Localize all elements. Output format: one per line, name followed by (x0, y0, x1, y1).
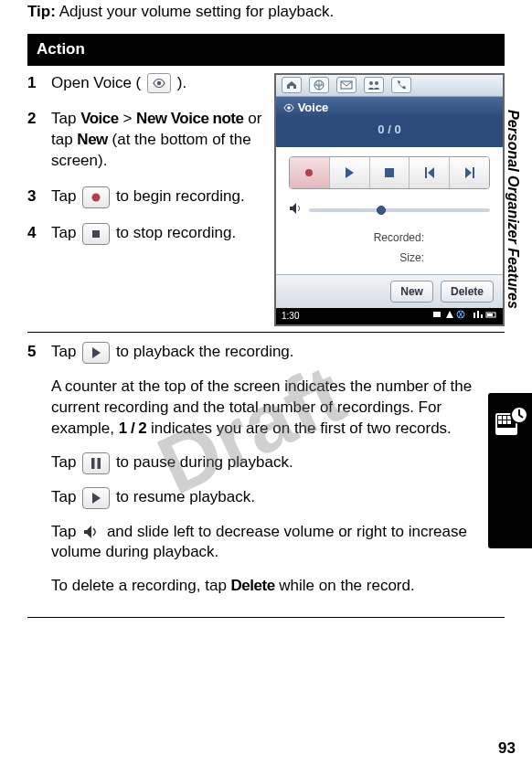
svg-rect-18 (498, 416, 502, 420)
recorded-label: Recorded: (351, 230, 424, 245)
svg-rect-14 (91, 458, 95, 469)
record-button[interactable] (290, 157, 330, 188)
s5-p4a: Tap (51, 488, 80, 505)
next-button[interactable] (450, 157, 489, 188)
volume-slider-row (289, 202, 490, 218)
size-row: Size: (289, 248, 490, 268)
step-number: 3 (27, 186, 42, 208)
section-side-label-text: Personal Organizer Features (503, 110, 523, 309)
contacts-icon[interactable] (364, 77, 384, 93)
separator (27, 332, 505, 333)
svg-point-1 (92, 193, 101, 201)
stop-icon (82, 223, 110, 245)
tip-line: Tip: Adjust your volume setting for play… (27, 2, 505, 23)
transport-bar (289, 156, 490, 189)
play-icon (82, 487, 110, 509)
step-number: 4 (27, 223, 42, 245)
clock: 1:30 (282, 310, 299, 323)
step-1-text-b: ). (177, 74, 186, 91)
prev-button[interactable] (410, 157, 450, 188)
play-icon (82, 342, 110, 364)
svg-point-7 (287, 107, 291, 111)
s5-p4b: to resume playback. (116, 488, 255, 505)
phone-title-text: Voice (298, 101, 329, 114)
svg-rect-22 (503, 420, 506, 424)
label-voice: Voice (80, 110, 119, 127)
volume-slider[interactable] (309, 208, 490, 212)
tip-label: Tip: (27, 3, 56, 20)
status-icons (433, 310, 497, 323)
svg-point-6 (375, 81, 378, 85)
tip-text: Adjust your volume setting for playback. (59, 3, 334, 20)
s5-p1a: Tap (51, 343, 80, 360)
label-new-voice-note: New Voice note (136, 110, 243, 127)
phone-canvas: Recorded: Size: (276, 147, 503, 274)
step-1: 1 Open Voice ( ). (27, 73, 265, 94)
volume-knob[interactable] (377, 206, 386, 215)
phone-counter: 0 / 0 (276, 118, 503, 147)
mail-icon[interactable] (336, 77, 356, 93)
s5-p5b: and slide left to decrease volume or rig… (51, 523, 467, 561)
svg-point-5 (369, 81, 373, 85)
svg-rect-13 (487, 313, 493, 316)
svg-point-0 (157, 81, 161, 85)
label-new: New (77, 131, 107, 148)
phone-title: Voice (276, 97, 503, 119)
organizer-badge-icon (492, 402, 528, 439)
step-1-text-a: Open Voice ( (51, 74, 141, 91)
side-badge (488, 393, 532, 548)
globe-icon[interactable] (309, 77, 329, 93)
speaker-icon (289, 202, 303, 218)
s5-p6b: while on the record. (275, 577, 415, 594)
label-1-2: 1 / 2 (119, 420, 147, 437)
stop-button[interactable] (370, 157, 410, 188)
volume-icon (82, 522, 101, 542)
delete-button[interactable]: Delete (441, 281, 494, 303)
phone-icon[interactable] (391, 77, 411, 93)
s5-p6a: To delete a recording, tap (51, 577, 231, 594)
svg-rect-9 (385, 168, 394, 177)
step-5: 5 Tap to playback the recording. A count… (27, 342, 505, 601)
step-3: 3 Tap to begin recording. (27, 186, 265, 208)
svg-rect-2 (92, 230, 100, 238)
step-2: 2 Tap Voice > New Voice note or tap New … (27, 109, 265, 172)
new-button[interactable]: New (390, 281, 433, 303)
svg-rect-10 (433, 312, 441, 317)
s5-p2b: indicates you are on the first of two re… (146, 420, 452, 437)
svg-rect-15 (98, 458, 101, 469)
phone-screenshot: Voice 0 / 0 Recorded: Size: N (274, 73, 505, 326)
step-3-b: to begin recording. (116, 187, 245, 205)
step-2-tap: Tap (51, 110, 80, 127)
action-header: Action (27, 34, 505, 66)
step-number: 5 (27, 342, 42, 601)
step-4-a: Tap (51, 224, 80, 241)
bottom-separator (27, 617, 505, 618)
s5-p3a: Tap (51, 453, 80, 471)
home-icon[interactable] (282, 77, 302, 93)
phone-topbar (276, 75, 503, 97)
page-number: 93 (498, 738, 516, 760)
svg-point-8 (305, 169, 313, 176)
step-3-a: Tap (51, 187, 80, 205)
svg-rect-19 (503, 416, 506, 420)
label-delete: Delete (231, 577, 275, 594)
size-label: Size: (351, 250, 424, 265)
gt: > (119, 110, 136, 127)
phone-bottombar: New Delete (276, 274, 503, 308)
voice-app-icon (147, 73, 171, 93)
record-icon (82, 186, 110, 208)
svg-rect-23 (507, 420, 511, 424)
s5-p3b: to pause during playback. (116, 453, 293, 471)
svg-rect-21 (498, 420, 502, 424)
step-4: 4 Tap to stop recording. (27, 223, 265, 245)
s5-p5a: Tap (51, 523, 80, 540)
pause-icon (82, 452, 110, 474)
phone-status-bar: 1:30 (276, 308, 503, 324)
s5-p1b: to playback the recording. (116, 343, 294, 360)
step-4-b: to stop recording. (116, 224, 236, 241)
step-number: 2 (27, 109, 42, 172)
recorded-row: Recorded: (289, 228, 490, 248)
step-number: 1 (27, 73, 42, 94)
play-button[interactable] (330, 157, 370, 188)
